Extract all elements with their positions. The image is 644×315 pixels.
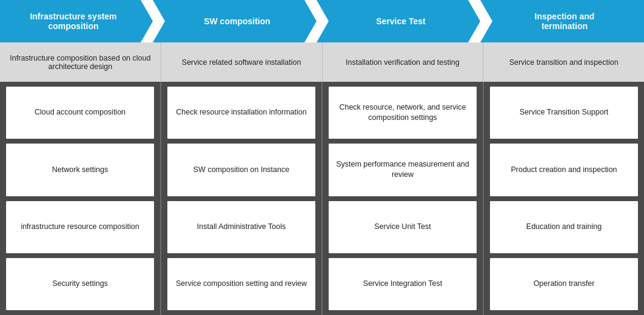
subheader-service: Installation verification and testing bbox=[323, 42, 484, 82]
header-label-service: Service Test bbox=[376, 16, 425, 26]
card-infra-1: Network settings bbox=[6, 144, 154, 196]
content-area: Cloud account composition Network settin… bbox=[0, 82, 644, 315]
card-service-1: System performance measurement and revie… bbox=[329, 144, 477, 196]
column-infra: Cloud account composition Network settin… bbox=[0, 82, 161, 315]
subheader-inspect: Service transition and inspection bbox=[483, 42, 644, 82]
card-infra-3: Security settings bbox=[6, 258, 154, 310]
card-inspect-0: Service Transition Support bbox=[490, 87, 638, 139]
card-sw-2: Install Administrative Tools bbox=[167, 201, 315, 253]
header-arrow-infra: Infrastructure system composition bbox=[0, 0, 153, 42]
card-infra-2: infrastructure resource composition bbox=[6, 201, 154, 253]
header-arrow-service: Service Test bbox=[317, 0, 480, 42]
card-inspect-1: Product creation and inspection bbox=[490, 144, 638, 196]
header-label-sw: SW composition bbox=[204, 16, 270, 26]
header-row: Infrastructure system composition SW com… bbox=[0, 0, 644, 42]
subheader-infra: Infrastructure composition based on clou… bbox=[0, 42, 161, 82]
column-sw: Check resource installation information … bbox=[161, 82, 323, 315]
card-service-2: Service Unit Test bbox=[329, 201, 477, 253]
card-infra-0: Cloud account composition bbox=[6, 87, 154, 139]
header-label-inspect: Inspection and termination bbox=[535, 12, 595, 31]
subheader-row: Infrastructure composition based on clou… bbox=[0, 42, 644, 82]
card-sw-3: Service composition setting and review bbox=[167, 258, 315, 310]
header-arrow-inspect: Inspection and termination bbox=[480, 0, 644, 42]
card-inspect-3: Operation transfer bbox=[490, 258, 638, 310]
card-service-0: Check resource, network, and service com… bbox=[329, 87, 477, 139]
header-arrow-sw: SW composition bbox=[153, 0, 317, 42]
column-inspect: Service Transition Support Product creat… bbox=[484, 82, 644, 315]
card-service-3: Service Integration Test bbox=[329, 258, 477, 310]
page-wrapper: Infrastructure system composition SW com… bbox=[0, 0, 644, 315]
card-sw-0: Check resource installation information bbox=[167, 87, 315, 139]
subheader-sw: Service related software installation bbox=[161, 42, 323, 82]
column-service: Check resource, network, and service com… bbox=[323, 82, 484, 315]
card-inspect-2: Education and training bbox=[490, 201, 638, 253]
card-sw-1: SW composition on Instance bbox=[167, 144, 315, 196]
header-label-infra: Infrastructure system composition bbox=[30, 12, 116, 31]
